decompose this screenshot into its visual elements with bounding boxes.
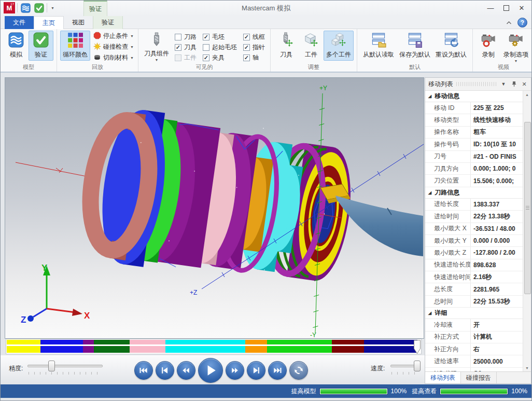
timeline-segment[interactable] — [7, 346, 40, 353]
rewind-button[interactable] — [177, 361, 195, 380]
quick-verify-button[interactable] — [33, 2, 45, 13]
property-row[interactable]: 冷却液开 — [425, 319, 523, 331]
checkbox-夹具[interactable]: ✓夹具 — [203, 53, 237, 62]
checkbox-box[interactable]: ✓ — [243, 34, 250, 40]
close-button[interactable]: ✕ — [514, 2, 529, 14]
pin-icon[interactable] — [510, 81, 517, 87]
property-row[interactable]: 操作名称粗车 — [425, 127, 523, 139]
property-row[interactable]: 补正方式计算机 — [425, 331, 523, 343]
collision-check-button[interactable]: 碰撞检查▼ — [92, 42, 135, 52]
property-row[interactable]: 总时间22分 15.53秒 — [425, 296, 523, 308]
panel-tab-collision-report[interactable]: 碰撞报告 — [461, 372, 497, 383]
cycle-colors-button[interactable]: 循环颜色 — [60, 31, 90, 61]
tool-components-button[interactable]: 刀具组件 ▼ — [142, 31, 172, 63]
checkbox-box[interactable]: ✓ — [243, 54, 250, 61]
timeline-segment[interactable] — [245, 340, 267, 344]
verify-button[interactable]: 验证 — [29, 31, 53, 61]
adjust-tool-button[interactable]: 刀具 — [274, 31, 299, 61]
checkbox-线框[interactable]: ✓线框 — [243, 33, 265, 42]
panel-scrollbar[interactable]: ▲ ▼ — [523, 91, 531, 371]
property-row[interactable]: 操作号码ID: 10(10 至 10 — [425, 139, 523, 150]
checkbox-box[interactable]: ✓ — [203, 34, 209, 40]
property-row[interactable]: 刀具方向0.000; 1.000; 0 — [425, 163, 523, 175]
property-row[interactable]: 进给速率25000.000 — [425, 355, 523, 367]
speed-slider[interactable] — [390, 361, 421, 373]
adjust-multi-workpiece-button[interactable]: 多个工件 — [324, 31, 354, 61]
timeline-segment[interactable] — [165, 346, 245, 353]
timeline-segment[interactable] — [94, 340, 130, 344]
scrollbar-thumb[interactable] — [524, 122, 531, 294]
scroll-down-icon[interactable]: ▼ — [523, 364, 531, 371]
property-row[interactable]: 补正方向右 — [425, 343, 523, 355]
loop-button[interactable] — [289, 361, 308, 380]
property-row[interactable]: 进给长度1383.337 — [425, 199, 523, 211]
checkbox-毛坯[interactable]: ✓毛坯 — [203, 33, 237, 42]
skip-end-button[interactable] — [268, 361, 287, 380]
checkbox-box[interactable] — [175, 34, 181, 40]
timeline-handle[interactable] — [413, 339, 421, 356]
load-defaults-button[interactable]: 从默认读取 — [360, 31, 397, 61]
property-row[interactable]: 最小/最大 Y0.000 / 0.000 — [425, 235, 523, 247]
timeline-segment[interactable] — [40, 340, 83, 344]
property-row[interactable]: 刀尖位置15.506; 0.000; — [425, 175, 523, 187]
checkbox-box[interactable] — [175, 54, 181, 61]
scroll-up-icon[interactable]: ▲ — [523, 91, 531, 98]
property-row[interactable]: 总长度2281.965 — [425, 283, 523, 295]
cut-material-button[interactable]: 切削材料▼ — [92, 52, 135, 63]
checkbox-box[interactable] — [203, 44, 209, 51]
timeline-segment[interactable] — [245, 346, 267, 353]
speed-slider-thumb[interactable] — [414, 361, 421, 371]
checkbox-指针[interactable]: ✓指针 — [243, 43, 265, 52]
tab-file[interactable]: 文件 — [5, 16, 34, 29]
property-row[interactable]: 最小/最大 X-36.531 / 48.00 — [425, 223, 523, 235]
save-defaults-button[interactable]: 保存为默认 — [397, 31, 433, 61]
stop-conditions-button[interactable]: 停止条件▼ — [92, 31, 135, 42]
step-back-button[interactable] — [156, 361, 174, 380]
playback-timeline[interactable] — [6, 339, 422, 354]
timeline-segment[interactable] — [83, 340, 94, 344]
panel-dropdown-icon[interactable]: ▼ — [500, 81, 507, 87]
timeline-segment[interactable] — [332, 346, 364, 353]
collapse-ribbon-icon[interactable] — [504, 18, 513, 27]
property-row[interactable]: 快速进给长度898.628 — [425, 259, 523, 271]
checkbox-刀路[interactable]: 刀路 — [175, 33, 197, 42]
timeline-segment[interactable] — [267, 346, 332, 353]
precision-slider-thumb[interactable] — [48, 361, 55, 371]
panel-drag-grip[interactable] — [456, 82, 497, 86]
section-header-toolpath-info[interactable]: ◢刀路信息 — [425, 187, 523, 199]
step-forward-button[interactable] — [247, 361, 265, 380]
tab-view[interactable]: 视图 — [64, 16, 93, 29]
property-row[interactable]: 最小/最大 Z-127.800 / 2.00 — [425, 247, 523, 259]
property-row[interactable]: 刀号#21 - OD FINIS — [425, 151, 523, 163]
help-icon[interactable]: ? — [517, 18, 527, 27]
checkbox-轴[interactable]: ✓轴 — [243, 53, 265, 62]
timeline-segment[interactable] — [267, 340, 332, 344]
minimize-button[interactable]: — — [483, 2, 498, 14]
property-row[interactable]: 移动 ID225 至 225 — [425, 102, 523, 114]
panel-close-icon[interactable]: ✕ — [521, 81, 528, 88]
timeline-segment[interactable] — [130, 346, 165, 353]
record-options-button[interactable]: 录制选项 ▼ — [501, 31, 531, 64]
timeline-segment[interactable] — [364, 340, 417, 344]
timeline-segment[interactable] — [364, 346, 417, 353]
simulation-viewport[interactable]: +Z +Y -Y — [5, 77, 424, 339]
checkbox-box[interactable]: ✓ — [243, 44, 250, 51]
checkbox-工件[interactable]: 工件 — [175, 53, 197, 62]
tab-home[interactable]: 主页 — [34, 16, 64, 29]
mastercam-logo-icon[interactable]: M17 — [4, 2, 15, 13]
fast-forward-button[interactable] — [226, 361, 244, 380]
reset-defaults-button[interactable]: 重设为默认 — [433, 31, 469, 61]
checkbox-起始毛坯[interactable]: 起始毛坯 — [203, 43, 237, 52]
quick-access-more-button[interactable]: ▼ — [49, 6, 56, 10]
timeline-segment[interactable] — [130, 340, 165, 344]
timeline-segment[interactable] — [83, 346, 94, 353]
section-header-details[interactable]: ◢详细 — [425, 308, 523, 319]
property-row[interactable]: 快速进给时间2.16秒 — [425, 271, 523, 283]
record-button[interactable]: 录制 — [476, 31, 501, 61]
timeline-segment[interactable] — [165, 340, 245, 344]
maximize-button[interactable] — [498, 2, 514, 14]
panel-tab-move-list[interactable]: 移动列表 — [425, 372, 461, 383]
adjust-workpiece-button[interactable]: 工件 — [299, 31, 324, 61]
checkbox-box[interactable]: ✓ — [203, 54, 209, 61]
timeline-segment[interactable] — [7, 340, 40, 344]
